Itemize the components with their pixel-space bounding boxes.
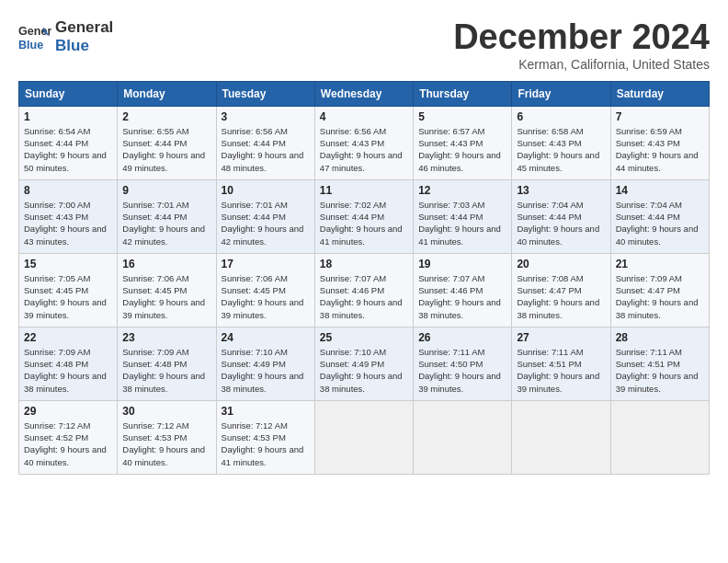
sunset-text: Sunset: 4:44 PM — [517, 212, 581, 222]
svg-text:General: General — [18, 26, 51, 39]
daylight-text: Daylight: 9 hours and 39 minutes. — [616, 371, 699, 393]
calendar-cell — [610, 400, 709, 474]
sunset-text: Sunset: 4:49 PM — [320, 359, 384, 369]
day-number: 10 — [222, 184, 310, 197]
day-number: 24 — [222, 331, 310, 344]
sunrise-text: Sunrise: 7:04 AM — [517, 200, 583, 210]
sunset-text: Sunset: 4:46 PM — [320, 285, 384, 295]
location: Kerman, California, United States — [453, 57, 710, 72]
calendar-cell: 15Sunrise: 7:05 AMSunset: 4:45 PMDayligh… — [19, 253, 118, 327]
calendar-cell: 14Sunrise: 7:04 AMSunset: 4:44 PMDayligh… — [610, 179, 709, 253]
daylight-text: Daylight: 9 hours and 45 minutes. — [517, 150, 599, 172]
sunrise-text: Sunrise: 6:57 AM — [418, 126, 484, 136]
sunset-text: Sunset: 4:45 PM — [24, 285, 88, 295]
daylight-text: Daylight: 9 hours and 39 minutes. — [418, 371, 501, 393]
calendar-cell: 24Sunrise: 7:10 AMSunset: 4:49 PMDayligh… — [216, 327, 314, 400]
sunset-text: Sunset: 4:52 PM — [24, 432, 88, 442]
sunrise-text: Sunrise: 7:12 AM — [122, 420, 188, 431]
day-number: 25 — [320, 331, 408, 344]
day-number: 17 — [222, 258, 310, 270]
day-number: 3 — [222, 110, 310, 123]
day-number: 23 — [122, 331, 210, 344]
day-info: Sunrise: 7:07 AMSunset: 4:46 PMDaylight:… — [418, 272, 506, 321]
day-info: Sunrise: 6:59 AMSunset: 4:43 PMDaylight:… — [616, 125, 704, 174]
day-info: Sunrise: 7:11 AMSunset: 4:50 PMDaylight:… — [418, 346, 506, 395]
daylight-text: Daylight: 9 hours and 41 minutes. — [418, 224, 501, 246]
calendar-cell: 8Sunrise: 7:00 AMSunset: 4:43 PMDaylight… — [19, 179, 118, 253]
sunset-text: Sunset: 4:44 PM — [122, 212, 187, 222]
day-info: Sunrise: 7:09 AMSunset: 4:47 PMDaylight:… — [616, 272, 704, 321]
day-info: Sunrise: 7:04 AMSunset: 4:44 PMDaylight:… — [616, 199, 704, 247]
calendar-week-3: 15Sunrise: 7:05 AMSunset: 4:45 PMDayligh… — [19, 253, 710, 327]
day-number: 2 — [122, 110, 210, 123]
calendar-cell: 20Sunrise: 7:08 AMSunset: 4:47 PMDayligh… — [512, 253, 610, 327]
sunset-text: Sunset: 4:46 PM — [418, 285, 483, 295]
sunset-text: Sunset: 4:48 PM — [24, 359, 88, 369]
daylight-text: Daylight: 9 hours and 47 minutes. — [320, 150, 403, 172]
sunset-text: Sunset: 4:50 PM — [418, 359, 483, 369]
calendar-cell: 16Sunrise: 7:06 AMSunset: 4:45 PMDayligh… — [118, 253, 216, 327]
sunrise-text: Sunrise: 7:08 AM — [517, 273, 583, 283]
sunrise-text: Sunrise: 7:01 AM — [222, 200, 288, 210]
sunset-text: Sunset: 4:44 PM — [320, 212, 384, 222]
sunrise-text: Sunrise: 7:12 AM — [24, 420, 90, 431]
daylight-text: Daylight: 9 hours and 38 minutes. — [418, 297, 501, 319]
day-info: Sunrise: 6:54 AMSunset: 4:44 PMDaylight:… — [24, 125, 112, 174]
sunset-text: Sunset: 4:45 PM — [122, 285, 187, 295]
day-number: 31 — [222, 405, 310, 418]
sunrise-text: Sunrise: 7:09 AM — [616, 273, 682, 283]
sunrise-text: Sunrise: 7:09 AM — [122, 347, 188, 357]
day-info: Sunrise: 7:04 AMSunset: 4:44 PMDaylight:… — [517, 199, 605, 247]
day-number: 18 — [320, 258, 408, 270]
sunset-text: Sunset: 4:53 PM — [122, 432, 187, 442]
sunset-text: Sunset: 4:47 PM — [616, 285, 680, 295]
sunrise-text: Sunrise: 7:10 AM — [320, 347, 386, 357]
day-number: 28 — [616, 331, 704, 344]
sunset-text: Sunset: 4:44 PM — [418, 212, 483, 222]
header-sunday: Sunday — [19, 81, 118, 106]
calendar-cell — [414, 400, 512, 474]
calendar-cell: 22Sunrise: 7:09 AMSunset: 4:48 PMDayligh… — [19, 327, 118, 400]
sunset-text: Sunset: 4:53 PM — [222, 432, 286, 442]
day-info: Sunrise: 7:06 AMSunset: 4:45 PMDaylight:… — [122, 272, 210, 321]
day-info: Sunrise: 6:58 AMSunset: 4:43 PMDaylight:… — [517, 125, 605, 174]
day-number: 19 — [418, 258, 506, 270]
day-number: 15 — [24, 258, 112, 270]
day-number: 5 — [418, 110, 506, 123]
sunset-text: Sunset: 4:43 PM — [616, 138, 680, 148]
logo: General Blue General Blue — [18, 18, 113, 56]
daylight-text: Daylight: 9 hours and 39 minutes. — [517, 371, 599, 393]
sunrise-text: Sunrise: 7:06 AM — [122, 273, 188, 283]
calendar-cell: 28Sunrise: 7:11 AMSunset: 4:51 PMDayligh… — [610, 327, 709, 400]
daylight-text: Daylight: 9 hours and 40 minutes. — [616, 224, 699, 246]
calendar-cell — [512, 400, 610, 474]
svg-text:Blue: Blue — [18, 39, 43, 52]
sunrise-text: Sunrise: 7:11 AM — [616, 347, 682, 357]
day-info: Sunrise: 7:03 AMSunset: 4:44 PMDaylight:… — [418, 199, 506, 247]
day-number: 27 — [517, 331, 605, 344]
sunrise-text: Sunrise: 7:07 AM — [320, 273, 386, 283]
month-title: December 2024 — [453, 18, 710, 57]
day-number: 30 — [122, 405, 210, 418]
sunrise-text: Sunrise: 7:05 AM — [24, 273, 90, 283]
day-info: Sunrise: 6:57 AMSunset: 4:43 PMDaylight:… — [418, 125, 506, 174]
calendar-cell: 31Sunrise: 7:12 AMSunset: 4:53 PMDayligh… — [216, 400, 314, 474]
day-number: 13 — [517, 184, 605, 197]
calendar-cell — [314, 400, 413, 474]
day-info: Sunrise: 7:12 AMSunset: 4:52 PMDaylight:… — [24, 419, 112, 468]
daylight-text: Daylight: 9 hours and 38 minutes. — [320, 371, 403, 393]
daylight-text: Daylight: 9 hours and 50 minutes. — [24, 150, 107, 172]
header-wednesday: Wednesday — [314, 81, 413, 106]
calendar-cell: 29Sunrise: 7:12 AMSunset: 4:52 PMDayligh… — [19, 400, 118, 474]
sunrise-text: Sunrise: 7:02 AM — [320, 200, 386, 210]
calendar-cell: 7Sunrise: 6:59 AMSunset: 4:43 PMDaylight… — [610, 106, 709, 179]
sunrise-text: Sunrise: 6:56 AM — [320, 126, 386, 136]
calendar-cell: 17Sunrise: 7:06 AMSunset: 4:45 PMDayligh… — [216, 253, 314, 327]
day-info: Sunrise: 7:02 AMSunset: 4:44 PMDaylight:… — [320, 199, 408, 247]
sunset-text: Sunset: 4:45 PM — [222, 285, 286, 295]
daylight-text: Daylight: 9 hours and 41 minutes. — [222, 444, 304, 466]
day-info: Sunrise: 6:55 AMSunset: 4:44 PMDaylight:… — [122, 125, 210, 174]
daylight-text: Daylight: 9 hours and 42 minutes. — [122, 224, 205, 246]
calendar-cell: 5Sunrise: 6:57 AMSunset: 4:43 PMDaylight… — [414, 106, 512, 179]
daylight-text: Daylight: 9 hours and 43 minutes. — [24, 224, 107, 246]
